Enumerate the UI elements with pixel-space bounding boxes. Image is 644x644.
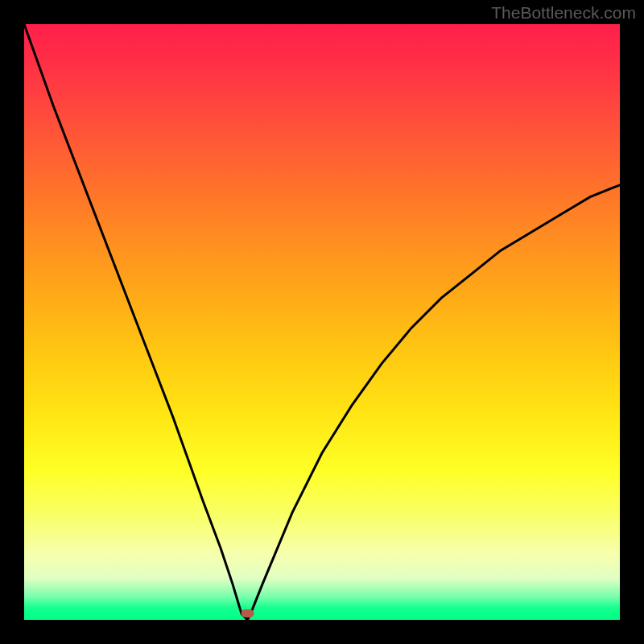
bottleneck-curve	[24, 24, 620, 620]
curve-path	[24, 24, 620, 620]
optimal-marker	[242, 609, 254, 617]
watermark-text: TheBottleneck.com	[491, 3, 636, 23]
chart-plot-area	[24, 24, 620, 620]
